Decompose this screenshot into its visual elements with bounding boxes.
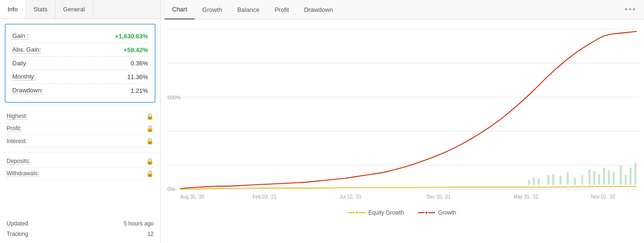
growth-legend-line: [418, 212, 425, 213]
svg-rect-11: [559, 176, 561, 184]
x-label-nov22: Nov 02, '22: [591, 194, 616, 199]
tab-general[interactable]: General: [55, 0, 93, 18]
tab-info[interactable]: Info: [0, 0, 26, 18]
daily-label: Daily: [12, 60, 26, 67]
bar-chart: [528, 163, 636, 185]
svg-rect-22: [625, 175, 627, 185]
chart-area: 500% 0% Aug 30, '20 Feb 03, '21 Jul 12, …: [161, 19, 644, 243]
growth-label: Growth: [438, 209, 456, 216]
svg-rect-10: [552, 174, 554, 185]
equity-legend-line2: [359, 212, 366, 213]
svg-rect-9: [548, 175, 549, 185]
deposits-section: Deposits: 🔒 Withdrawals: 🔒: [0, 152, 160, 183]
monthly-label: Monthly:: [12, 73, 35, 81]
interest-label: Interest: [7, 138, 26, 144]
withdrawals-lock-icon: 🔒: [146, 170, 154, 177]
stats-section: Highest: 🔒 Profit: 🔒 Interest 🔒: [0, 108, 160, 150]
highest-label: Highest:: [7, 113, 27, 120]
x-label-feb21: Feb 03, '21: [252, 194, 277, 199]
info-card: Gain : +1,630.63% Abs. Gain: +59.42% Dai…: [5, 24, 156, 103]
y-label-500: 500%: [167, 95, 181, 100]
tab-stats[interactable]: Stats: [26, 0, 56, 18]
svg-rect-7: [533, 178, 535, 185]
tracking-row: Tracking 12: [7, 229, 154, 239]
chart-legend: Equity Growth Growth: [165, 206, 639, 220]
svg-rect-18: [603, 168, 605, 185]
gain-value: +1,630.63%: [115, 33, 148, 40]
growth-legend-dot: [426, 212, 427, 214]
growth-legend: Growth: [418, 209, 456, 216]
profit-label: Profit:: [7, 125, 21, 132]
highest-row: Highest: 🔒: [7, 110, 154, 123]
svg-rect-21: [620, 165, 622, 185]
tab-balance[interactable]: Balance: [230, 0, 267, 19]
abs-gain-value: +59.42%: [123, 46, 148, 54]
deposits-label: Deposits:: [7, 158, 30, 165]
x-label-aug20: Aug 30, '20: [180, 194, 205, 199]
tracking-value: 12: [148, 231, 154, 237]
daily-value: 0.36%: [131, 60, 148, 67]
gain-row: Gain : +1,630.63%: [12, 29, 148, 43]
left-panel: Info Stats General Gain : +1,630.63% Abs…: [0, 0, 161, 243]
profit-row: Profit: 🔒: [7, 123, 154, 135]
equity-growth-line: [180, 187, 637, 189]
deposits-row: Deposits: 🔒: [7, 155, 154, 168]
right-panel: Chart Growth Balance Profit Drawdown •••…: [161, 0, 644, 243]
equity-legend-line: [348, 212, 355, 213]
x-label-jul21: Jul 12, '21: [339, 194, 362, 199]
updated-label: Updated: [7, 220, 28, 227]
tracking-label: Tracking: [7, 231, 28, 237]
equity-growth-legend: Equity Growth: [348, 209, 404, 216]
withdrawals-row: Withdrawals: 🔒: [7, 168, 154, 180]
svg-rect-8: [538, 179, 540, 185]
equity-growth-label: Equity Growth: [368, 209, 404, 216]
x-label-dec21: Dec 20, '21: [426, 194, 451, 199]
y-label-0: 0%: [167, 186, 175, 192]
growth-chart: 500% 0% Aug 30, '20 Feb 03, '21 Jul 12, …: [165, 24, 639, 204]
x-label-may22: May 31, '22: [513, 194, 539, 199]
svg-rect-15: [589, 169, 591, 185]
svg-rect-17: [598, 174, 600, 185]
tab-growth[interactable]: Growth: [195, 0, 230, 19]
svg-rect-19: [608, 170, 610, 185]
svg-rect-24: [635, 163, 636, 185]
left-tabs: Info Stats General: [0, 0, 160, 19]
withdrawals-label: Withdrawals:: [7, 170, 39, 177]
svg-rect-6: [528, 180, 530, 185]
svg-rect-13: [574, 178, 576, 185]
equity-legend-dot: [356, 212, 358, 214]
highest-lock-icon: 🔒: [146, 113, 154, 120]
abs-gain-label: Abs. Gain:: [12, 46, 41, 54]
tab-chart[interactable]: Chart: [165, 0, 195, 19]
abs-gain-row: Abs. Gain: +59.42%: [12, 43, 148, 57]
deposits-lock-icon: 🔒: [146, 158, 154, 165]
svg-rect-14: [581, 175, 583, 185]
growth-legend-line2: [428, 212, 435, 213]
svg-rect-16: [593, 171, 595, 185]
interest-row: Interest 🔒: [7, 135, 154, 147]
monthly-value: 11.36%: [127, 73, 148, 81]
gain-label: Gain :: [12, 32, 29, 40]
profit-lock-icon: 🔒: [146, 125, 154, 132]
tab-profit[interactable]: Profit: [267, 0, 296, 19]
daily-row: Daily 0.36%: [12, 57, 148, 70]
bottom-info: Updated 5 hours ago Tracking 12: [0, 215, 160, 243]
drawdown-value: 1.21%: [131, 87, 148, 94]
updated-row: Updated 5 hours ago: [7, 218, 154, 229]
more-options-icon[interactable]: •••: [621, 1, 640, 18]
svg-rect-20: [613, 172, 615, 185]
drawdown-row: Drawdown: 1.21%: [12, 84, 148, 97]
svg-rect-12: [567, 172, 569, 185]
svg-rect-23: [630, 168, 632, 185]
monthly-row: Monthly: 11.36%: [12, 70, 148, 84]
right-tabs: Chart Growth Balance Profit Drawdown •••: [161, 0, 644, 19]
updated-value: 5 hours ago: [124, 220, 154, 227]
interest-lock-icon: 🔒: [146, 137, 154, 144]
tab-drawdown[interactable]: Drawdown: [296, 0, 340, 19]
drawdown-label: Drawdown:: [12, 87, 43, 94]
